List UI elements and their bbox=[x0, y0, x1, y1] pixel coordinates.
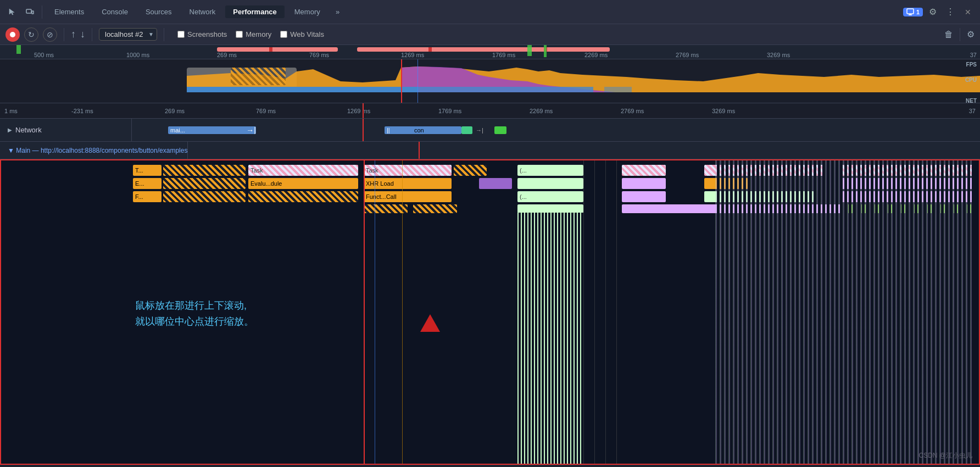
flame-bar-evalu[interactable]: Evalu...dule bbox=[248, 178, 358, 189]
tab-sources[interactable]: Sources bbox=[138, 5, 180, 18]
svg-rect-2 bbox=[907, 9, 914, 14]
net-label: NET bbox=[966, 98, 977, 103]
flame-bar-open1[interactable]: (... bbox=[517, 165, 583, 176]
flame-bar-t[interactable]: T... bbox=[133, 165, 162, 176]
settings-icon[interactable]: ⚙ bbox=[925, 4, 940, 20]
flame-vertical-1 bbox=[402, 160, 403, 464]
timeline-red-marker bbox=[401, 59, 402, 103]
annotation-line2: 就以哪位中心点进行缩放。 bbox=[135, 314, 254, 330]
badge-count: 1 bbox=[916, 9, 920, 15]
timebar-red-line bbox=[363, 103, 364, 118]
vline-1 bbox=[583, 160, 584, 464]
web-vitals-checkbox-label[interactable]: Web Vitals bbox=[280, 30, 324, 38]
network-row: ▶ Network mai... →| || con →| bbox=[0, 119, 980, 142]
flame-bar-f[interactable]: F... bbox=[133, 191, 162, 202]
download-button[interactable]: ↓ bbox=[80, 29, 85, 40]
flame-bar-purple1[interactable] bbox=[479, 178, 512, 189]
screenshots-checkbox[interactable] bbox=[177, 31, 185, 38]
dense-lines-area bbox=[517, 213, 583, 464]
record-bar: ↻ ⊘ ↑ ↓ localhost #2 ▼ Screenshots Memor… bbox=[0, 24, 980, 45]
tab-performance[interactable]: Performance bbox=[225, 5, 284, 18]
flame-bar-task1[interactable]: Task bbox=[248, 165, 358, 176]
screenshots-checkbox-label[interactable]: Screenshots bbox=[177, 30, 227, 38]
memory-checkbox[interactable] bbox=[236, 31, 243, 38]
notification-badge[interactable]: 1 bbox=[903, 8, 923, 16]
time-row: 1 ms -231 ms 269 ms 769 ms 1269 ms 1769 … bbox=[0, 103, 980, 119]
flame-red-line bbox=[364, 160, 365, 464]
record-button[interactable] bbox=[5, 27, 20, 42]
toolbar-divider-1 bbox=[42, 5, 42, 19]
capture-settings-button[interactable]: ⚙ bbox=[967, 29, 975, 40]
tab-console[interactable]: Console bbox=[94, 5, 136, 18]
cursor-icon[interactable] bbox=[4, 4, 20, 20]
flame-bar-r4-1[interactable] bbox=[364, 204, 408, 213]
web-vitals-checkbox[interactable] bbox=[280, 31, 287, 38]
fps-label: FPS bbox=[966, 62, 977, 68]
flame-bar-lg2[interactable] bbox=[517, 178, 583, 189]
refresh-button[interactable]: ↻ bbox=[24, 27, 38, 42]
vline-3 bbox=[605, 160, 606, 464]
record-divider-3 bbox=[164, 28, 164, 41]
annotation: 鼠标放在那进行上下滚动, 就以哪位中心点进行缩放。 bbox=[135, 298, 254, 330]
svg-rect-0 bbox=[26, 9, 31, 13]
timeline-blue-marker bbox=[417, 59, 418, 103]
flame-bar-r4-2[interactable] bbox=[413, 204, 457, 213]
device-icon[interactable] bbox=[22, 4, 37, 20]
network-red-line bbox=[363, 119, 364, 141]
cancel-button[interactable]: ⊘ bbox=[43, 27, 57, 42]
flame-bar-lp1[interactable] bbox=[622, 178, 666, 189]
flame-bar-hatch3[interactable] bbox=[622, 165, 666, 176]
svg-rect-1 bbox=[32, 11, 34, 14]
main-row-content bbox=[188, 142, 980, 159]
network-row-label[interactable]: ▶ Network bbox=[0, 119, 132, 141]
flame-bar-r4-lg[interactable] bbox=[517, 204, 583, 213]
more-tabs-icon[interactable]: » bbox=[330, 4, 346, 20]
flame-bar-hatch1[interactable] bbox=[163, 165, 246, 176]
flame-bar-lg3[interactable]: (... bbox=[517, 191, 583, 202]
upload-button[interactable]: ↑ bbox=[71, 29, 76, 40]
network-row-content: mai... →| || con →| bbox=[132, 119, 980, 141]
watermark: CSDN @江小虫儿 bbox=[918, 451, 972, 460]
flame-bar-hatch6[interactable] bbox=[163, 178, 246, 189]
network-label-text: Network bbox=[15, 126, 42, 134]
flame-bar-hatch2[interactable] bbox=[454, 165, 487, 176]
tab-elements[interactable]: Elements bbox=[47, 5, 92, 18]
red-triangle-marker bbox=[420, 314, 440, 332]
main-row-label[interactable]: ▼ Main — http://localhost:8888/component… bbox=[0, 142, 188, 159]
main-red-line bbox=[419, 142, 420, 159]
flame-bar-lp3[interactable] bbox=[622, 191, 666, 202]
cpu-label: CPU bbox=[965, 77, 977, 83]
clear-button[interactable]: 🗑 bbox=[944, 30, 953, 40]
localhost-selector[interactable]: localhost #2 ▼ bbox=[99, 28, 157, 41]
flame-bar-funct[interactable]: Funct...Call bbox=[364, 191, 452, 202]
flame-chart[interactable]: T... Task Task (... E... Evalu...dule XH… bbox=[0, 159, 980, 465]
close-icon[interactable]: ✕ bbox=[960, 4, 976, 20]
flame-bar-hatch7[interactable] bbox=[163, 191, 246, 202]
record-divider-1 bbox=[64, 28, 64, 41]
network-bar-small[interactable] bbox=[461, 126, 472, 134]
tab-network[interactable]: Network bbox=[182, 5, 224, 18]
flame-bar-task2[interactable]: Task bbox=[364, 165, 452, 176]
flame-bar-e[interactable]: E... bbox=[133, 178, 162, 189]
network-bar-main[interactable]: mai... →| bbox=[168, 126, 256, 134]
main-row: ▼ Main — http://localhost:8888/component… bbox=[0, 142, 980, 159]
network-bar-con2[interactable]: con bbox=[412, 126, 461, 134]
annotation-line1: 鼠标放在那进行上下滚动, bbox=[135, 298, 254, 314]
record-divider-4 bbox=[960, 28, 960, 41]
more-vert-icon[interactable]: ⋮ bbox=[943, 4, 958, 20]
localhost-select-input[interactable]: localhost #2 bbox=[99, 28, 157, 41]
dense-lines-right bbox=[715, 160, 973, 464]
record-divider-2 bbox=[92, 28, 92, 41]
devtools-toolbar: Elements Console Sources Network Perform… bbox=[0, 0, 980, 24]
main-label-text: ▼ Main — http://localhost:8888/component… bbox=[8, 147, 187, 154]
flame-bar-xhr[interactable]: XHR Load bbox=[364, 178, 452, 189]
vline-2 bbox=[594, 160, 595, 464]
vline-4 bbox=[616, 160, 617, 464]
memory-checkbox-label[interactable]: Memory bbox=[236, 30, 271, 38]
network-expand-icon[interactable]: ▶ bbox=[8, 127, 12, 133]
timeline-ruler-top: 500 ms 1000 ms 269 ms 769 ms 1269 ms 176… bbox=[0, 45, 980, 59]
network-bar-arrow[interactable]: →| bbox=[474, 126, 490, 134]
flame-bar-hatch8[interactable] bbox=[248, 191, 358, 202]
network-bar-green2[interactable] bbox=[494, 126, 506, 134]
tab-memory[interactable]: Memory bbox=[287, 5, 328, 18]
